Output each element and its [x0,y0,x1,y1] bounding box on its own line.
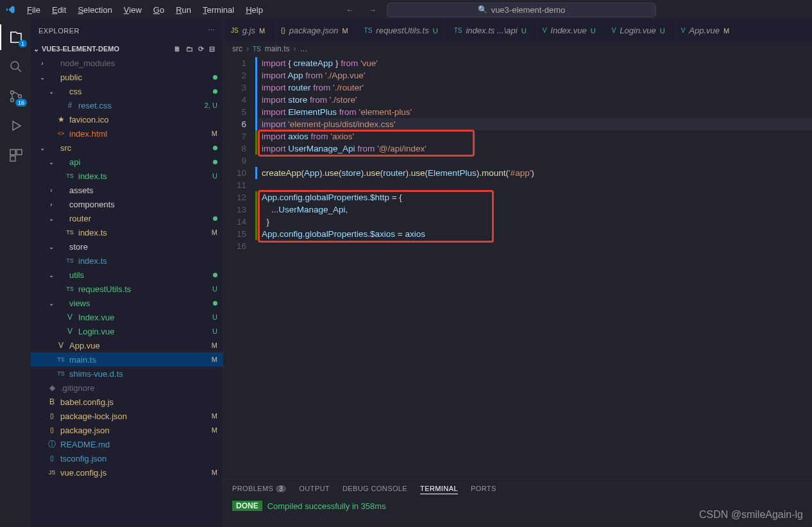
svg-rect-4 [10,150,15,155]
done-badge: DONE [232,501,262,511]
tree-item[interactable]: ›assets [31,183,223,197]
tree-item[interactable]: ⌄router [31,211,223,225]
tree-item[interactable]: {}package-lock.jsonM [31,409,223,423]
file-tree: ›node_modules⌄public⌄css#reset.css2, U★f… [31,56,223,527]
editor-tab[interactable]: VIndex.vueU [535,19,604,42]
code-editor[interactable]: 12345678910111213141516 import { createA… [223,56,812,479]
explorer-section-header[interactable]: ⌄ VUE3-ELEMENT-DEMO 🗎 🗀 ⟳ ⊟ [31,42,223,56]
command-center[interactable]: 🔍 vue3-element-demo [387,3,656,17]
panel-tab-problems[interactable]: PROBLEMS3 [232,483,286,494]
tree-item[interactable]: ◆.gitignore [31,381,223,395]
tree-item[interactable]: ⌄src [31,141,223,155]
editor-tab[interactable]: JSg.jsM [223,19,273,42]
nav-back[interactable]: ← [342,4,358,16]
tree-item[interactable]: ›node_modules [31,56,223,70]
editor-tab[interactable]: VApp.vueM [673,19,738,42]
panel-tab-ports[interactable]: PORTS [471,483,496,494]
menu-run[interactable]: Run [171,3,196,17]
tree-item[interactable]: TSrequestUtils.tsU [31,282,223,296]
tree-item[interactable]: TSmain.tsM [31,352,223,367]
tree-item[interactable]: TSshims-vue.d.ts [31,367,223,381]
menu-terminal[interactable]: Terminal [198,3,239,17]
sidebar: EXPLORER ⋯ ⌄ VUE3-ELEMENT-DEMO 🗎 🗀 ⟳ ⊟ ›… [31,19,223,527]
tree-item[interactable]: VApp.vueM [31,338,223,352]
tree-item[interactable]: ⓘREADME.md [31,437,223,451]
menu-selection[interactable]: Selection [72,3,117,17]
collapse-icon[interactable]: ⊟ [209,45,215,53]
menu-bar: FileEditSelectionViewGoRunTerminalHelp [22,3,268,17]
editor-tabs: JSg.jsM{}package.jsonMTSrequestUtils.tsU… [223,19,812,42]
menu-go[interactable]: Go [148,3,169,17]
activity-search[interactable] [0,54,31,80]
tree-item[interactable]: TSindex.tsM [31,225,223,239]
tree-item[interactable]: TSindex.tsU [31,169,223,183]
vscode-icon [5,4,15,15]
terminal-output: Compiled successfully in 358ms [267,501,386,511]
tree-item[interactable]: ⌄utils [31,268,223,282]
bottom-panel: PROBLEMS3OUTPUTDEBUG CONSOLETERMINALPORT… [223,479,812,527]
nav-forward[interactable]: → [364,4,380,16]
svg-point-0 [11,62,19,69]
menu-help[interactable]: Help [241,3,268,17]
activity-scm[interactable]: 16 [0,83,31,109]
tree-item[interactable]: ⌄store [31,239,223,254]
tree-item[interactable]: <>index.htmlM [31,126,223,141]
breadcrumb[interactable]: src › TS main.ts › … [223,42,812,56]
tree-item[interactable]: VIndex.vueU [31,310,223,324]
refresh-icon[interactable]: ⟳ [198,45,204,53]
tree-item[interactable]: ⌄views [31,296,223,310]
panel-tab-terminal[interactable]: TERMINAL [420,483,458,494]
tree-item[interactable]: ›components [31,197,223,211]
sidebar-title: EXPLORER [38,27,80,35]
search-icon: 🔍 [478,5,487,14]
sidebar-more-icon[interactable]: ⋯ [208,26,216,35]
editor-tab[interactable]: TSrequestUtils.tsU [357,19,446,42]
panel-tab-debug-console[interactable]: DEBUG CONSOLE [343,483,407,494]
svg-point-1 [11,91,14,94]
tree-item[interactable]: Bbabel.config.js [31,395,223,409]
svg-rect-5 [17,150,22,155]
scm-badge: 16 [15,99,27,107]
editor-tab[interactable]: VLogin.vueU [604,19,673,42]
tree-item[interactable]: ⌄api [31,155,223,169]
menu-view[interactable]: View [119,3,147,17]
panel-tab-output[interactable]: OUTPUT [299,483,330,494]
tree-item[interactable]: TSindex.ts [31,254,223,268]
tree-item[interactable]: VLogin.vueU [31,324,223,338]
tree-item[interactable]: #reset.css2, U [31,98,223,112]
section-title: VUE3-ELEMENT-DEMO [42,45,119,53]
editor-tab[interactable]: {}package.jsonM [273,19,356,42]
tree-item[interactable]: JSvue.config.jsM [31,465,223,479]
svg-point-3 [19,95,22,98]
activity-debug[interactable] [0,113,31,139]
new-file-icon[interactable]: 🗎 [174,45,181,53]
activity-explorer[interactable]: 1 [0,24,31,50]
svg-rect-6 [10,156,15,161]
new-folder-icon[interactable]: 🗀 [186,45,193,53]
tree-item[interactable]: ⌄css [31,84,223,98]
activity-extensions[interactable] [0,143,31,168]
explorer-badge: 1 [19,40,27,48]
tree-item[interactable]: {}tsconfig.json [31,451,223,465]
menu-edit[interactable]: Edit [47,3,71,17]
command-center-title: vue3-element-demo [491,5,566,15]
editor-tab[interactable]: TSindex.ts ...\apiU [446,19,535,42]
svg-point-2 [11,99,14,102]
activity-bar: 1 16 [0,19,31,527]
tree-item[interactable]: ★favicon.ico [31,112,223,126]
tree-item[interactable]: ⌄public [31,70,223,84]
menu-file[interactable]: File [22,3,46,17]
tree-item[interactable]: {}package.jsonM [31,423,223,437]
